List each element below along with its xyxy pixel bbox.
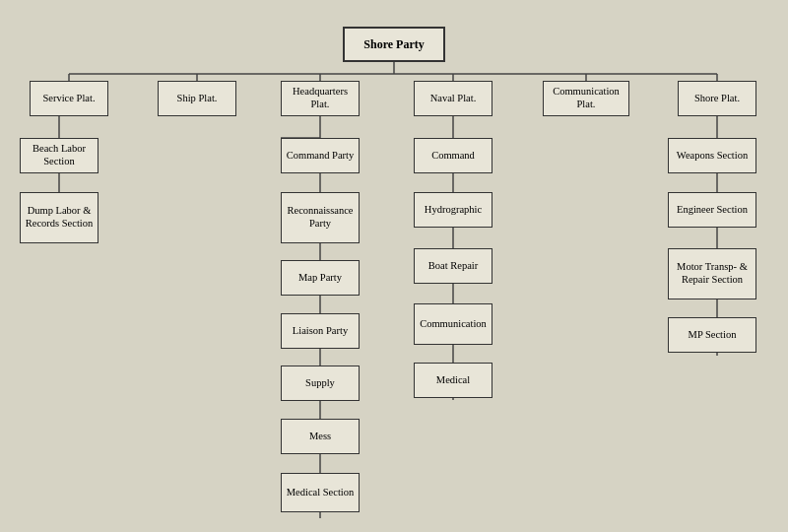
recon-party-node: Reconnaissance Party (281, 192, 360, 243)
root-label: Shore Party (363, 37, 424, 51)
mess-label: Mess (309, 431, 331, 443)
naval-plat-node: Naval Plat. (414, 81, 492, 116)
motor-transp-node: Motor Transp- & Repair Section (668, 248, 756, 299)
weapons-section-label: Weapons Section (677, 150, 748, 163)
hq-plat-label: Headquarters Plat. (285, 86, 356, 110)
dump-labor-label: Dump Labor & Records Section (24, 205, 95, 230)
communication-label: Communication (420, 318, 487, 331)
medical-section-label: Medical Section (287, 487, 355, 499)
command-party-label: Command Party (287, 150, 355, 163)
org-chart: Shore Party Service Plat. Ship Plat. Hea… (0, 0, 788, 532)
boat-repair-node: Boat Repair (414, 248, 492, 284)
weapons-section-node: Weapons Section (668, 138, 756, 173)
medical-section-node: Medical Section (281, 473, 360, 512)
beach-labor-node: Beach Labor Section (20, 138, 98, 173)
hydrographic-label: Hydrographic (425, 204, 482, 217)
medical-label: Medical (436, 374, 470, 387)
service-plat-node: Service Plat. (30, 81, 108, 116)
naval-command-node: Command (414, 138, 492, 173)
shore-plat-node: Shore Plat. (678, 81, 756, 116)
engineer-section-node: Engineer Section (668, 192, 756, 228)
mess-node: Mess (281, 419, 360, 454)
ship-plat-node: Ship Plat. (158, 81, 236, 116)
mp-section-label: MP Section (689, 329, 737, 342)
comm-plat-node: Communication Plat. (543, 81, 629, 116)
liaison-party-label: Liaison Party (293, 325, 348, 338)
naval-plat-label: Naval Plat. (430, 93, 477, 105)
boat-repair-label: Boat Repair (428, 260, 478, 273)
hq-plat-node: Headquarters Plat. (281, 81, 360, 116)
beach-labor-label: Beach Labor Section (24, 143, 95, 167)
communication-node: Communication (414, 303, 492, 345)
root-node: Shore Party (343, 27, 445, 62)
liaison-party-node: Liaison Party (281, 313, 360, 349)
shore-plat-label: Shore Plat. (694, 93, 740, 105)
map-party-node: Map Party (281, 260, 360, 296)
supply-node: Supply (281, 366, 360, 401)
map-party-label: Map Party (298, 272, 342, 285)
recon-party-label: Reconnaissance Party (285, 205, 356, 230)
comm-plat-label: Communication Plat. (547, 86, 625, 110)
motor-transp-label: Motor Transp- & Repair Section (672, 261, 753, 286)
service-plat-label: Service Plat. (42, 93, 95, 105)
hydrographic-node: Hydrographic (414, 192, 492, 228)
medical-node: Medical (414, 363, 492, 398)
mp-section-node: MP Section (668, 317, 756, 353)
supply-label: Supply (305, 377, 335, 390)
dump-labor-node: Dump Labor & Records Section (20, 192, 98, 243)
engineer-section-label: Engineer Section (677, 204, 748, 217)
naval-command-label: Command (431, 150, 475, 163)
ship-plat-label: Ship Plat. (177, 93, 218, 105)
command-party-node: Command Party (281, 138, 360, 173)
